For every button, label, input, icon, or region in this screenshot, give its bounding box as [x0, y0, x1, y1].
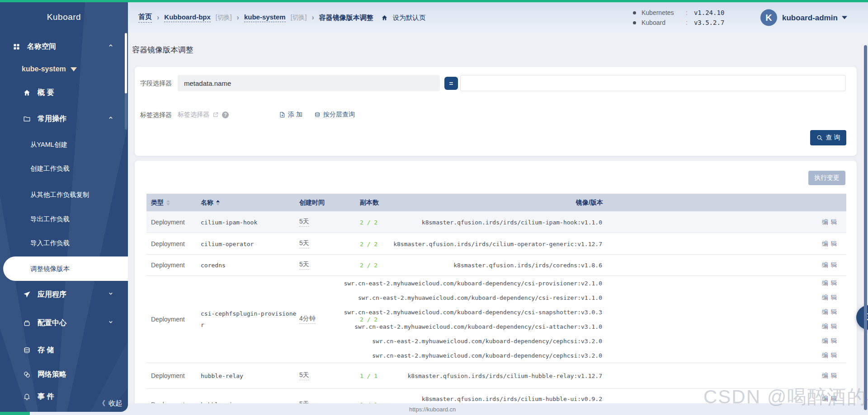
workload-table: 类型名称创建时间副本数镜像/版本 Deployment cilium-ipam-… [146, 194, 846, 415]
image-value: swr.cn-east-2.myhuaweicloud.com/kuboard-… [282, 309, 602, 316]
chevron-up-icon [108, 42, 114, 51]
sidebar: Kuboard 名称空间kube-system概 要常用操作从YAML创建创建工… [0, 2, 128, 412]
edit-link[interactable]: 编 辑 [770, 351, 837, 359]
table-row: Deployment cilium-operator 5天 2 / 2 k8sm… [146, 233, 846, 255]
avatar[interactable]: K [760, 9, 777, 26]
edit-link[interactable]: 编 辑 [770, 218, 837, 226]
image-line: k8smaster.qfusion.irds/irds/coredns:v1.8… [146, 258, 846, 272]
label-selector-link[interactable]: 标签选择器 ? [178, 107, 229, 123]
sidebar-item-applications[interactable]: 应用程序 [0, 284, 128, 304]
collapse-label: 收起 [108, 399, 122, 408]
breadcrumb-item-cluster[interactable]: Kubboard-bpx [164, 13, 211, 22]
column-header-2: 创建时间 [299, 199, 325, 207]
query-form-card: 字段选择器 = 标签选择器 标签选择器 ? 添 加 按分层查询 查 询 [135, 67, 857, 156]
sidebar-item-common-actions[interactable]: 常用操作 [0, 109, 128, 129]
rings-icon [23, 371, 31, 378]
query-button[interactable]: 查 询 [810, 130, 846, 145]
edit-link[interactable]: 编 辑 [770, 322, 837, 331]
sidebar-item-adjust-image-version[interactable]: 调整镜像版本 [3, 256, 128, 281]
status-url: https://kuboard.cn [409, 406, 456, 413]
version-value: v1.24.10 [694, 9, 724, 16]
image-value: swr.cn-east-2.myhuaweicloud.com/kuboard-… [282, 280, 602, 287]
edit-link[interactable]: 编 辑 [770, 294, 837, 302]
sidebar-item-export-workload[interactable]: 导出工作负载 [0, 209, 128, 229]
chevron-down-icon [108, 319, 114, 327]
sidebar-scrollbar-track[interactable] [125, 93, 127, 130]
sidebar-scrollbar-thumb[interactable] [125, 33, 127, 93]
sidebar-item-label: 创建工作负载 [30, 164, 70, 173]
image-line: swr.cn-east-2.myhuaweicloud.com/kuboard-… [146, 305, 846, 319]
sidebar-item-create-workload[interactable]: 创建工作负载 [0, 159, 128, 178]
sidebar-item-copy-from-other-workload[interactable]: 从其他工作负载复制 [0, 185, 128, 205]
image-line: k8smaster.qfusion.irds/irds/cilium-ipam-… [146, 215, 846, 229]
edit-link[interactable]: 编 辑 [770, 279, 837, 287]
image-value: k8smaster.qfusion.irds/irds/cilium-hubbl… [282, 373, 602, 379]
version-name: Kubernetes [642, 9, 686, 16]
label-selector-label: 标签选择器 [140, 111, 172, 119]
breadcrumb-separator: › [311, 14, 314, 22]
sidebar-item-config-center[interactable]: 配置中心 [0, 313, 128, 333]
set-default-page-button[interactable]: 设为默认页 [393, 14, 426, 22]
column-header-0[interactable]: 类型 [151, 199, 170, 207]
image-value: swr.cn-east-2.myhuaweicloud.com/kuboard-… [282, 338, 602, 345]
table-row: Deployment coredns 5天 2 / 2 k8smaster.qf… [146, 255, 846, 276]
bell-icon [23, 393, 31, 401]
sidebar-item-network-policy[interactable]: 网络策略 [0, 364, 128, 384]
image-value: k8smaster.qfusion.irds/irds/cilium-opera… [282, 240, 602, 247]
chevron-down-icon [842, 16, 847, 19]
file-plus-icon [279, 112, 285, 118]
table-row: Deployment hubble-relay 5天 1 / 1 k8smast… [146, 363, 846, 389]
breadcrumb-separator: › [157, 14, 159, 22]
sidebar-collapse-button[interactable]: 《 收起 [99, 396, 122, 410]
sidebar-item-namespace-selector[interactable]: kube-system [0, 59, 128, 79]
edit-link[interactable]: 编 辑 [770, 240, 837, 248]
username[interactable]: kuboard-admin [782, 13, 838, 22]
hierarchy-query-button[interactable]: 按分层查询 [314, 111, 355, 119]
add-label-text: 添 加 [288, 111, 302, 119]
column-header-1[interactable]: 名称 [201, 199, 220, 207]
execute-change-button[interactable]: 执行变更 [808, 171, 845, 185]
question-circle-icon[interactable]: ? [222, 112, 229, 118]
image-line: swr.cn-east-2.myhuaweicloud.com/kuboard-… [146, 290, 846, 305]
sidebar-item-namespaces[interactable]: 名称空间 [0, 37, 128, 56]
edit-link[interactable]: 编 辑 [770, 395, 837, 403]
edit-link[interactable]: 编 辑 [770, 372, 837, 380]
version-row: Kubernetes : v1.24.10 [633, 8, 724, 18]
edit-link[interactable]: 编 辑 [770, 308, 837, 316]
version-info: Kubernetes : v1.24.10 Kuboard : v3.5.2.7 [633, 8, 724, 28]
edit-link[interactable]: 编 辑 [770, 337, 837, 345]
sidebar-item-create-from-yaml[interactable]: 从YAML创建 [0, 135, 128, 154]
database-icon [23, 346, 31, 354]
field-selector-input[interactable] [178, 75, 440, 91]
sidebar-item-label: 常用操作 [38, 114, 66, 124]
bottom-accent-strip [0, 412, 30, 415]
user-menu[interactable]: K kuboard-admin [760, 9, 847, 26]
query-button-text: 查 询 [826, 134, 840, 142]
switch-link[interactable]: [切换] [291, 14, 307, 22]
sidebar-item-label: 从其他工作负载复制 [30, 191, 90, 199]
sort-carets-icon[interactable] [166, 200, 170, 205]
breadcrumb-item-home[interactable]: 首页 [138, 13, 152, 23]
sidebar-item-storage[interactable]: 存 储 [0, 340, 128, 360]
image-value: k8smaster.qfusion.irds/irds/cilium-hubbl… [282, 396, 602, 402]
top-header: 首页›Kubboard-bpx[切换]›kube-system[切换]›容器镜像… [128, 2, 868, 33]
sort-carets-icon[interactable] [216, 200, 220, 205]
breadcrumb-item-namespace[interactable]: kube-system [244, 13, 286, 22]
image-value: swr.cn-east-2.myhuaweicloud.com/kuboard-… [282, 323, 602, 330]
page-scrollbar-thumb[interactable] [864, 45, 867, 410]
add-label-button[interactable]: 添 加 [279, 111, 302, 119]
sidebar-item-import-workload[interactable]: 导入工作负载 [0, 233, 128, 253]
image-value: swr.cn-east-2.myhuaweicloud.com/kuboard-… [282, 352, 602, 359]
sidebar-item-label: 配置中心 [38, 318, 66, 328]
table-row: Deployment csi-cephfsplugin-provisioner … [146, 276, 846, 363]
breadcrumb: 首页›Kubboard-bpx[切换]›kube-system[切换]›容器镜像… [138, 2, 425, 33]
operator-button[interactable]: = [444, 77, 458, 90]
switch-link[interactable]: [切换] [216, 14, 232, 22]
sidebar-item-overview[interactable]: 概 要 [0, 83, 128, 103]
selector-value-input[interactable] [460, 75, 846, 91]
table-header-row: 类型名称创建时间副本数镜像/版本 [146, 194, 846, 211]
search-icon [816, 135, 823, 141]
edit-link[interactable]: 编 辑 [770, 261, 837, 269]
home-icon [23, 89, 31, 97]
image-line: k8smaster.qfusion.irds/irds/cilium-opera… [146, 237, 846, 251]
